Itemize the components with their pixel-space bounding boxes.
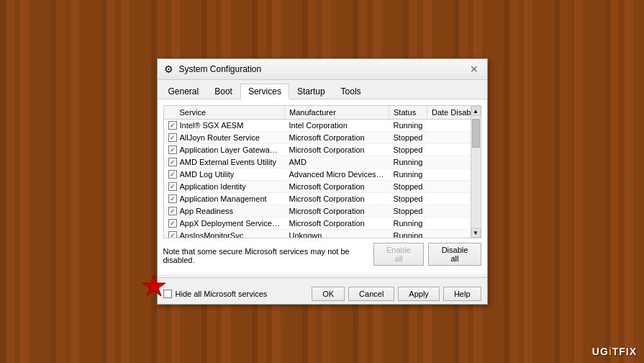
service-name: AMD Log Utility <box>180 170 235 179</box>
note-text: Note that some secure Microsoft services… <box>163 243 373 266</box>
service-manufacturer: Advanced Micro Devices, I... <box>285 169 389 181</box>
service-name: Application Management <box>180 194 267 203</box>
title-bar-left: ⚙ System Configuration <box>163 63 262 75</box>
service-manufacturer: Microsoft Corporation <box>285 218 389 230</box>
service-name: AMD External Events Utility <box>180 158 276 166</box>
service-status: Running <box>389 230 427 239</box>
table-row[interactable]: AMD Log UtilityAdvanced Micro Devices, I… <box>164 169 481 181</box>
disable-all-button[interactable]: Disable all <box>428 243 481 266</box>
hide-microsoft-label: Hide all Microsoft services <box>176 290 268 298</box>
service-manufacturer: Microsoft Corporation <box>285 193 389 205</box>
title-bar: ⚙ System Configuration ✕ <box>158 59 487 80</box>
apply-button[interactable]: Apply <box>398 287 440 301</box>
service-checkbox[interactable] <box>168 194 177 203</box>
divider <box>158 277 487 278</box>
tab-boot[interactable]: Boot <box>207 84 240 99</box>
service-status: Running <box>389 218 427 230</box>
table-row[interactable]: Application Layer Gateway ServiceMicroso… <box>164 144 481 156</box>
table-row[interactable]: Intel® SGX AESMIntel CorporationRunning <box>164 120 481 132</box>
service-checkbox[interactable] <box>168 170 177 179</box>
window-title: System Configuration <box>179 64 262 74</box>
service-manufacturer: Unknown <box>285 230 389 239</box>
scrollbar[interactable]: ▲ ▼ <box>471 106 481 238</box>
table-row[interactable]: Application IdentityMicrosoft Corporatio… <box>164 181 481 193</box>
col-status[interactable]: Status <box>389 106 427 120</box>
service-status: Stopped <box>389 144 427 156</box>
service-name: Intel® SGX AESM <box>180 121 244 130</box>
scroll-track[interactable] <box>471 116 481 228</box>
scroll-thumb[interactable] <box>472 119 480 148</box>
service-name: Application Layer Gateway Service <box>180 145 281 154</box>
col-manufacturer[interactable]: Manufacturer <box>285 106 389 120</box>
scroll-down-button[interactable]: ▼ <box>471 228 481 238</box>
service-status: Running <box>389 169 427 181</box>
service-checkbox[interactable] <box>168 121 177 130</box>
col-service[interactable]: Service <box>164 106 285 120</box>
service-manufacturer: Microsoft Corporation <box>285 181 389 193</box>
service-checkbox[interactable] <box>168 145 177 154</box>
service-table: Service Manufacturer Status Date Disable… <box>164 106 481 238</box>
service-status: Stopped <box>389 181 427 193</box>
cancel-button[interactable]: Cancel <box>348 287 394 301</box>
service-checkbox[interactable] <box>168 133 177 142</box>
tab-tools[interactable]: Tools <box>333 84 369 99</box>
tab-startup[interactable]: Startup <box>289 84 333 99</box>
enable-all-button[interactable]: Enable all <box>373 243 425 266</box>
service-checkbox[interactable] <box>168 231 177 238</box>
tab-general[interactable]: General <box>160 84 207 99</box>
service-status: Stopped <box>389 205 427 218</box>
service-manufacturer: Microsoft Corporation <box>285 132 389 144</box>
system-config-window: ⚙ System Configuration ✕ General Boot Se… <box>157 58 488 305</box>
service-checkbox[interactable] <box>168 182 177 191</box>
service-name: App Readiness <box>180 207 234 215</box>
help-button[interactable]: Help <box>443 287 481 301</box>
service-name: Application Identity <box>180 182 246 191</box>
service-name: ApsInsMonitorSvc <box>180 231 244 238</box>
service-table-container: Service Manufacturer Status Date Disable… <box>163 105 481 238</box>
window-icon: ⚙ <box>163 63 175 75</box>
service-status: Running <box>389 156 427 169</box>
ok-button[interactable]: OK <box>312 287 345 301</box>
service-name: AppX Deployment Service (App... <box>180 219 281 228</box>
service-checkbox[interactable] <box>168 158 177 166</box>
bottom-section: Hide all Microsoft services OK Cancel Ap… <box>158 281 487 304</box>
table-row[interactable]: AMD External Events UtilityAMDRunning <box>164 156 481 169</box>
service-manufacturer: Microsoft Corporation <box>285 205 389 218</box>
table-row[interactable]: AllJoyn Router ServiceMicrosoft Corporat… <box>164 132 481 144</box>
table-row[interactable]: Application ManagementMicrosoft Corporat… <box>164 193 481 205</box>
scroll-up-button[interactable]: ▲ <box>471 106 481 116</box>
hide-microsoft-checkbox[interactable] <box>163 290 172 298</box>
hide-microsoft-row: Hide all Microsoft services <box>163 287 268 301</box>
service-checkbox[interactable] <box>168 219 177 228</box>
table-row[interactable]: App ReadinessMicrosoft CorporationStoppe… <box>164 205 481 218</box>
table-row[interactable]: AppX Deployment Service (App...Microsoft… <box>164 218 481 230</box>
enable-disable-buttons: Enable all Disable all <box>373 241 481 269</box>
service-status: Running <box>389 120 427 132</box>
close-button[interactable]: ✕ <box>467 64 481 74</box>
service-checkbox[interactable] <box>168 207 177 215</box>
service-manufacturer: Intel Corporation <box>285 120 389 132</box>
service-status: Stopped <box>389 193 427 205</box>
service-status: Stopped <box>389 132 427 144</box>
tab-bar: General Boot Services Startup Tools <box>158 80 487 99</box>
tab-services[interactable]: Services <box>240 84 289 99</box>
watermark: UGiTFIX <box>592 346 637 357</box>
service-name: AllJoyn Router Service <box>180 133 260 142</box>
service-manufacturer: Microsoft Corporation <box>285 144 389 156</box>
table-row[interactable]: ApsInsMonitorSvcUnknownRunning <box>164 230 481 239</box>
content-area: Service Manufacturer Status Date Disable… <box>158 99 487 274</box>
service-manufacturer: AMD <box>285 156 389 169</box>
bottom-buttons-group: OK Cancel Apply Help <box>312 284 481 304</box>
